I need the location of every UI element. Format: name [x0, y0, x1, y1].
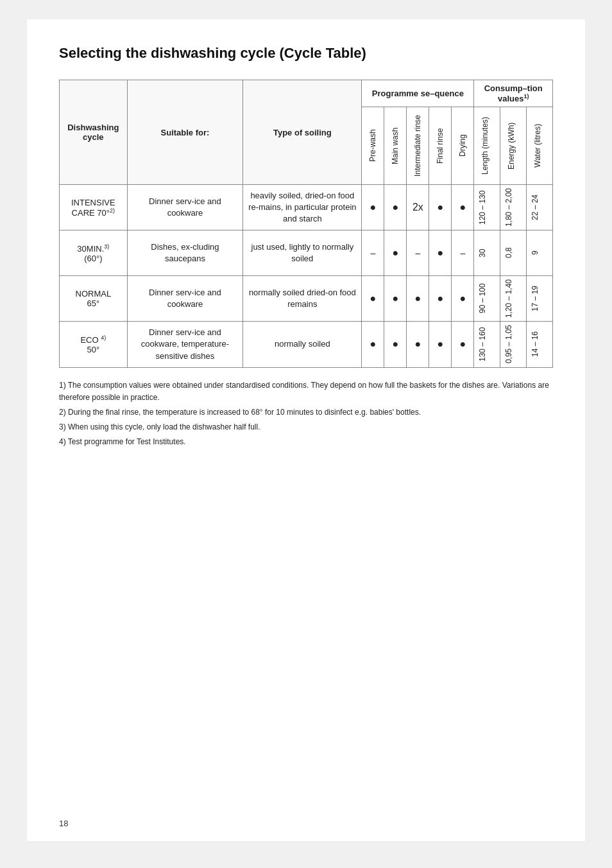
table-row: 30MIN.3)(60°) Dishes, ex-cluding saucepa… — [60, 230, 553, 276]
energy-30min: 0,8 — [500, 230, 527, 276]
table-row: ECO 4)50° Dinner serv-ice and cookware, … — [60, 322, 553, 367]
final-rinse-intensive: ● — [429, 185, 452, 230]
cycle-table: Dishwashing cycle Suitable for: Type of … — [59, 80, 553, 368]
length-intensive: 120 – 130 — [474, 185, 500, 230]
suitable-30min: Dishes, ex-cluding saucepans — [127, 230, 243, 276]
cycle-normal: NORMAL65° — [60, 276, 128, 322]
soiling-30min: just used, lightly to normally soiled — [243, 230, 362, 276]
dishwashing-cycle-header: Dishwashing cycle — [60, 80, 128, 185]
cycle-eco: ECO 4)50° — [60, 322, 128, 367]
footnote-3: 3) When using this cycle, only load the … — [59, 421, 553, 433]
pre-wash-normal: ● — [362, 276, 384, 322]
int-rinse-intensive: 2x — [407, 185, 429, 230]
energy-normal: 1,20 – 1,40 — [500, 276, 527, 322]
main-wash-col-header: Main wash — [384, 107, 407, 185]
length-normal: 90 – 100 — [474, 276, 500, 322]
water-normal: 17 – 19 — [527, 276, 553, 322]
int-rinse-normal: ● — [407, 276, 429, 322]
cycle-30min: 30MIN.3)(60°) — [60, 230, 128, 276]
final-rinse-30min: ● — [429, 230, 452, 276]
drying-normal: ● — [452, 276, 474, 322]
intermediate-rinse-col-header: Intermediate rinse — [407, 107, 429, 185]
energy-col-header: Energy (kWh) — [500, 107, 527, 185]
length-eco: 130 – 160 — [474, 322, 500, 367]
soiling-eco: normally soiled — [243, 322, 362, 367]
main-wash-30min: ● — [384, 230, 407, 276]
energy-eco: 0,95 – 1,05 — [500, 322, 527, 367]
programme-sequence-header: Programme se–quence — [362, 80, 474, 107]
page-title: Selecting the dishwashing cycle (Cycle T… — [59, 45, 553, 62]
table-row: NORMAL65° Dinner serv-ice and cookware n… — [60, 276, 553, 322]
main-wash-normal: ● — [384, 276, 407, 322]
cycle-intensive: INTENSIVECARE 70°2) — [60, 185, 128, 230]
consumption-values-header: Consump–tion values1) — [474, 80, 553, 107]
pre-wash-intensive: ● — [362, 185, 384, 230]
drying-eco: ● — [452, 322, 474, 367]
page: Selecting the dishwashing cycle (Cycle T… — [27, 19, 585, 841]
int-rinse-eco: ● — [407, 322, 429, 367]
suitable-eco: Dinner serv-ice and cookware, temperatur… — [127, 322, 243, 367]
table-row: INTENSIVECARE 70°2) Dinner serv-ice and … — [60, 185, 553, 230]
suitable-intensive: Dinner serv-ice and cookware — [127, 185, 243, 230]
length-col-header: Length (minutes) — [474, 107, 500, 185]
dishwashing-cycle-label: Dishwashing cycle — [67, 123, 119, 142]
final-rinse-normal: ● — [429, 276, 452, 322]
footnote-2: 2) During the final rinse, the temperatu… — [59, 406, 553, 419]
suitable-normal: Dinner serv-ice and cookware — [127, 276, 243, 322]
main-wash-intensive: ● — [384, 185, 407, 230]
pre-wash-col-header: Pre-wash — [362, 107, 384, 185]
footnote-1: 1) The consumption values were obtained … — [59, 379, 553, 404]
suitable-for-header: Suitable for: — [127, 80, 243, 185]
page-number: 18 — [59, 819, 68, 828]
water-eco: 14 – 16 — [527, 322, 553, 367]
energy-intensive: 1,80 – 2,00 — [500, 185, 527, 230]
water-intensive: 22 – 24 — [527, 185, 553, 230]
pre-wash-eco: ● — [362, 322, 384, 367]
soiling-normal: normally soiled dried-on food remains — [243, 276, 362, 322]
drying-intensive: ● — [452, 185, 474, 230]
suitable-for-label: Suitable for: — [161, 128, 210, 137]
soiling-intensive: heavily soiled, dried-on food re-mains, … — [243, 185, 362, 230]
final-rinse-eco: ● — [429, 322, 452, 367]
water-30min: 9 — [527, 230, 553, 276]
footnote-4: 4) Test programme for Test Institutes. — [59, 436, 553, 448]
footnotes: 1) The consumption values were obtained … — [59, 379, 553, 449]
drying-30min: – — [452, 230, 474, 276]
water-col-header: Water (litres) — [527, 107, 553, 185]
main-wash-eco: ● — [384, 322, 407, 367]
final-rinse-col-header: Final rinse — [429, 107, 452, 185]
type-of-soiling-label: Type of soiling — [273, 128, 332, 137]
drying-col-header: Drying — [452, 107, 474, 185]
int-rinse-30min: – — [407, 230, 429, 276]
type-of-soiling-header: Type of soiling — [243, 80, 362, 185]
pre-wash-30min: – — [362, 230, 384, 276]
length-30min: 30 — [474, 230, 500, 276]
